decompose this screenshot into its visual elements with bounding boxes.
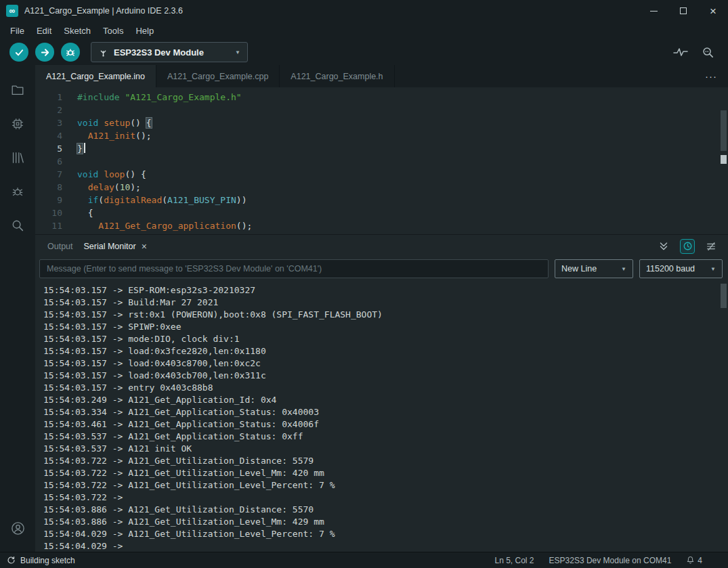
line-number: 4 bbox=[35, 129, 77, 142]
maximize-button[interactable] bbox=[668, 0, 698, 22]
account-icon bbox=[10, 521, 26, 536]
serial-line: 15:54:03.886 -> A121_Get_Utilization_Lev… bbox=[43, 516, 728, 528]
window-controls: × bbox=[639, 0, 728, 22]
serial-line: 15:54:03.722 -> A121_Get_Utilization_Lev… bbox=[43, 479, 728, 491]
sidebar-item-library-manager[interactable] bbox=[0, 141, 35, 175]
sidebar-item-search[interactable] bbox=[0, 209, 35, 242]
menu-item-sketch[interactable]: Sketch bbox=[58, 24, 97, 38]
code-line[interactable]: 7void loop() { bbox=[35, 168, 728, 181]
code-token: A121_BUSY_PIN bbox=[167, 195, 236, 205]
serial-line: 15:54:03.157 -> load:0x403c8700,len:0xc2… bbox=[43, 357, 728, 370]
line-number: 1 bbox=[35, 91, 77, 104]
verify-button[interactable] bbox=[9, 43, 28, 62]
tab-output-label: Output bbox=[47, 242, 73, 251]
folder-icon bbox=[10, 83, 25, 97]
upload-button[interactable] bbox=[35, 43, 54, 62]
serial-line: 15:54:03.157 -> Build:Mar 27 2021 bbox=[43, 297, 728, 309]
code-line[interactable]: 1#include "A121_Cargo_Example.h" bbox=[35, 91, 728, 104]
search-icon bbox=[10, 218, 25, 233]
code-line[interactable]: 10 { bbox=[35, 206, 728, 219]
code-text: #include "A121_Cargo_Example.h" bbox=[77, 92, 242, 102]
serial-line: 15:54:03.249 -> A121_Get_Application_Id:… bbox=[43, 394, 728, 406]
serial-monitor-icon[interactable] bbox=[702, 46, 714, 59]
notification-count: 4 bbox=[698, 556, 702, 565]
tab-more-actions-button[interactable]: ··· bbox=[705, 65, 728, 87]
code-token: )) bbox=[236, 195, 247, 205]
code-token bbox=[98, 169, 104, 179]
toggle-timestamp-icon[interactable] bbox=[680, 239, 695, 254]
serial-message-input[interactable] bbox=[39, 259, 549, 278]
code-line[interactable]: 4 A121_init(); bbox=[35, 129, 728, 142]
code-line[interactable]: 2 bbox=[35, 104, 728, 116]
code-token: void bbox=[77, 118, 98, 128]
editor-overview-cursor-marker bbox=[721, 155, 727, 164]
status-bar: Building sketch Ln 5, Col 2 ESP32S3 Dev … bbox=[0, 552, 728, 568]
chevron-down-icon: ▼ bbox=[621, 266, 626, 272]
menu-item-edit[interactable]: Edit bbox=[30, 24, 58, 38]
checkmark-icon bbox=[14, 47, 24, 58]
line-ending-dropdown[interactable]: New Line ▼ bbox=[555, 259, 633, 278]
serial-monitor-close-icon[interactable]: × bbox=[142, 242, 147, 251]
minimize-button[interactable] bbox=[639, 0, 668, 22]
collapse-panel-icon[interactable] bbox=[656, 239, 671, 254]
code-text: } bbox=[77, 144, 85, 154]
line-number: 5 bbox=[35, 142, 77, 155]
editor-scrollbar-thumb[interactable] bbox=[721, 110, 727, 151]
code-line[interactable]: 8 delay(10); bbox=[35, 181, 728, 194]
tab-output[interactable]: Output bbox=[42, 242, 79, 251]
code-line[interactable]: 11 A121_Get_Cargo_application(); bbox=[35, 219, 728, 232]
line-number: 10 bbox=[35, 206, 77, 219]
close-icon: × bbox=[710, 5, 716, 17]
code-line[interactable]: 5} bbox=[35, 142, 728, 155]
clear-output-icon[interactable] bbox=[704, 239, 719, 254]
baud-rate-dropdown[interactable]: 115200 baud ▼ bbox=[639, 259, 723, 278]
code-text: if(digitalRead(A121_BUSY_PIN)) bbox=[77, 195, 247, 205]
serial-scrollbar-thumb[interactable] bbox=[721, 284, 727, 308]
sidebar-item-debug[interactable] bbox=[0, 175, 35, 209]
notifications[interactable]: 4 bbox=[686, 556, 702, 565]
cursor-position[interactable]: Ln 5, Col 2 bbox=[495, 556, 534, 565]
sidebar-item-boards-manager[interactable] bbox=[0, 107, 35, 141]
serial-output[interactable]: 15:54:03.157 -> ESP-ROM:esp32s3-20210327… bbox=[35, 280, 728, 552]
code-text: { bbox=[77, 208, 93, 218]
line-number: 3 bbox=[35, 116, 77, 129]
editor-tab-A121_Cargo_Example.h[interactable]: A121_Cargo_Example.h bbox=[280, 65, 394, 87]
minimize-icon bbox=[650, 11, 658, 12]
board-selector-label: ESP32S3 Dev Module bbox=[114, 47, 230, 58]
editor-tab-A121_Cargo_Example.ino[interactable]: A121_Cargo_Example.ino bbox=[35, 65, 156, 87]
code-line[interactable]: 9 if(digitalRead(A121_BUSY_PIN)) bbox=[35, 194, 728, 206]
serial-line: 15:54:03.722 -> A121_Get_Utilization_Dis… bbox=[43, 455, 728, 467]
code-line[interactable]: 6 bbox=[35, 155, 728, 168]
menu-item-file[interactable]: File bbox=[4, 24, 30, 38]
code-token: (); bbox=[236, 221, 252, 231]
code-token: } bbox=[77, 144, 83, 154]
serial-line: 15:54:03.157 -> SPIWP:0xee bbox=[43, 321, 728, 333]
editor-tab-A121_Cargo_Example.cpp[interactable]: A121_Cargo_Example.cpp bbox=[156, 65, 280, 87]
code-token: ( bbox=[162, 195, 167, 205]
title-bar: ∞ A121_Cargo_Example | Arduino IDE 2.3.6… bbox=[0, 0, 728, 22]
serial-line: 15:54:03.157 -> rst:0x1 (POWERON),boot:0… bbox=[43, 309, 728, 321]
serial-plotter-icon[interactable] bbox=[673, 47, 688, 58]
code-editor[interactable]: 1#include "A121_Cargo_Example.h"23void s… bbox=[35, 87, 728, 234]
tab-serial-monitor[interactable]: Serial Monitor × bbox=[79, 242, 152, 251]
maximize-icon bbox=[680, 7, 687, 14]
code-line[interactable]: 3void setup() { bbox=[35, 116, 728, 129]
code-token: (); bbox=[135, 131, 151, 141]
menu-item-help[interactable]: Help bbox=[129, 24, 160, 38]
close-button[interactable]: × bbox=[698, 0, 728, 22]
books-icon bbox=[10, 150, 25, 165]
code-token bbox=[77, 182, 88, 192]
serial-message-row: New Line ▼ 115200 baud ▼ bbox=[35, 257, 728, 280]
menu-item-tools[interactable]: Tools bbox=[97, 24, 129, 38]
serial-line: 15:54:03.157 -> entry 0x403c88b8 bbox=[43, 382, 728, 394]
sidebar-item-sketchbook[interactable] bbox=[0, 73, 35, 107]
sidebar-item-account[interactable] bbox=[0, 511, 35, 545]
dev-board-icon bbox=[98, 47, 108, 58]
serial-output-lines: 15:54:03.157 -> ESP-ROM:esp32s3-20210327… bbox=[43, 284, 728, 552]
code-token: void bbox=[77, 169, 98, 179]
board-selector-dropdown[interactable]: ESP32S3 Dev Module ▼ bbox=[91, 42, 248, 62]
debug-button[interactable] bbox=[61, 43, 80, 62]
code-token: { bbox=[146, 118, 152, 128]
board-port-status[interactable]: ESP32S3 Dev Module on COM41 bbox=[549, 556, 672, 565]
menu-bar: FileEditSketchToolsHelp bbox=[0, 22, 728, 39]
